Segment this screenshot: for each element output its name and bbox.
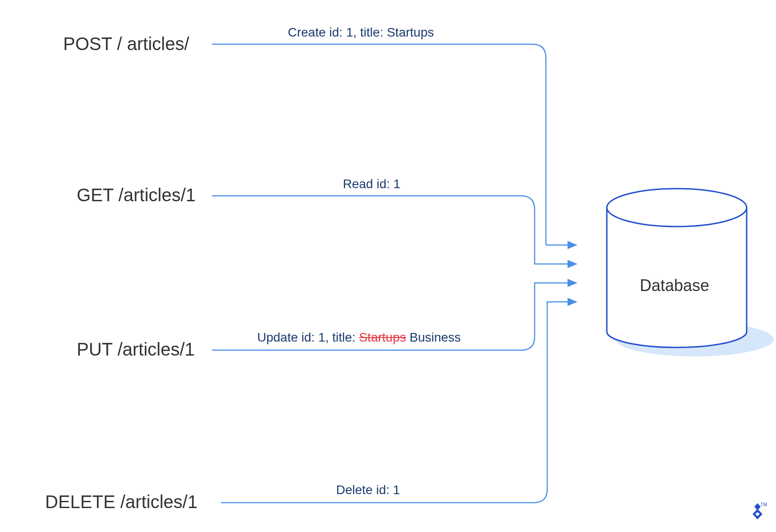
action-create: Create id: 1, title: Startups: [288, 25, 434, 40]
action-update-old-value: Startups: [359, 330, 406, 344]
trademark-symbol: TM: [761, 502, 767, 507]
connector-get: [212, 196, 568, 264]
action-update-prefix: Update id: 1, title:: [257, 330, 359, 344]
http-method-post: POST / articles/: [63, 34, 189, 54]
http-method-delete: DELETE /articles/1: [45, 492, 198, 512]
svg-point-0: [607, 189, 747, 227]
arrowhead-post: [568, 241, 577, 249]
connector-post: [212, 44, 546, 245]
arrowhead-get: [568, 260, 577, 268]
arrowhead-delete: [568, 298, 577, 306]
action-update-new-value: Business: [406, 330, 461, 344]
database-shadow: [616, 322, 774, 356]
action-delete: Delete id: 1: [336, 483, 400, 497]
action-update: Update id: 1, title: Startups Business: [257, 330, 461, 345]
http-method-get: GET /articles/1: [77, 185, 196, 205]
database-label: Database: [640, 276, 709, 295]
arrowhead-put: [568, 279, 577, 287]
http-method-put: PUT /articles/1: [77, 339, 195, 360]
brand-logo-icon: TM: [748, 502, 767, 523]
database-cylinder: [607, 189, 747, 347]
connector-layer: [0, 0, 776, 532]
action-read: Read id: 1: [343, 177, 401, 191]
